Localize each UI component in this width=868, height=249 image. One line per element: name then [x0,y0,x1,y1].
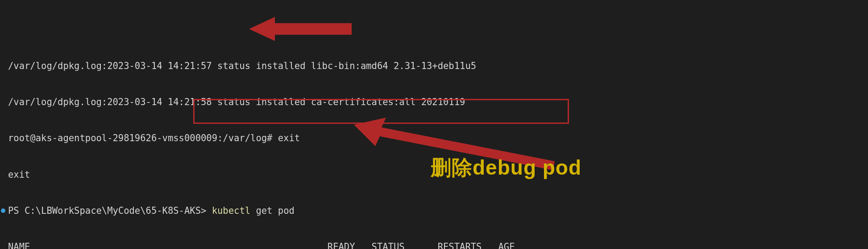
log-line: /var/log/dpkg.log:2023-03-14 14:21:57 st… [8,60,476,72]
log-line: /var/log/dpkg.log:2023-03-14 14:21:58 st… [8,96,465,108]
svg-marker-0 [249,17,352,41]
prompt-hash: # [267,132,278,144]
exit-cmd: exit [278,132,300,144]
pods-header: NAME READY STATUS RESTARTS AGE [8,241,515,249]
terminal-line[interactable]: root@aks-agentpool-29819626-vmss000009:/… [1,132,868,144]
annotation-text: 删除debug pod [431,154,581,181]
kubectl-args: get pod [250,205,295,217]
arrow-icon [249,13,352,45]
prompt-bullet-icon [1,208,5,213]
terminal-line[interactable]: NAME READY STATUS RESTARTS AGE [1,241,868,249]
terminal-line[interactable]: /var/log/dpkg.log:2023-03-14 14:21:57 st… [1,60,868,72]
kubectl-cmd: kubectl [212,205,250,217]
ps-prompt: PS C:\LBWorkSpace\MyCode\65-K8S-AKS> [8,205,206,217]
terminal-line[interactable]: /var/log/dpkg.log:2023-03-14 14:21:58 st… [1,96,868,108]
terminal-line[interactable]: PS C:\LBWorkSpace\MyCode\65-K8S-AKS> kub… [1,205,868,217]
exit-echo: exit [8,169,30,181]
shell-prompt: root@aks-agentpool-29819626-vmss000009:/… [8,132,267,144]
